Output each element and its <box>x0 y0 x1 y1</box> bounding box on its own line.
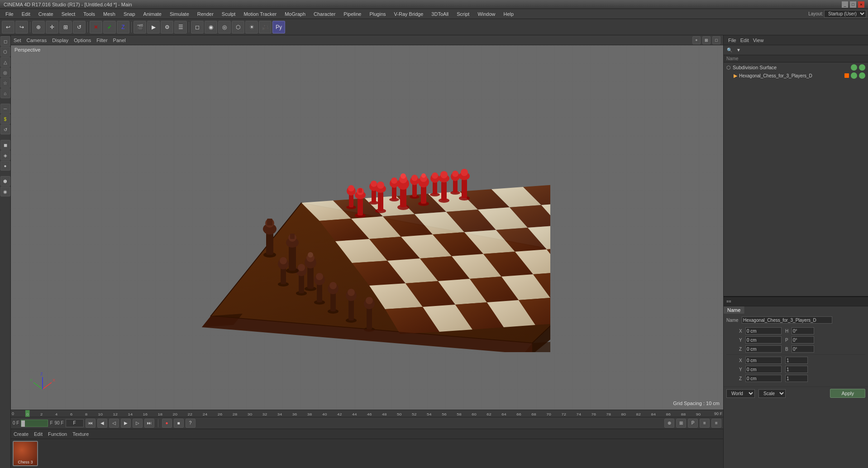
viewport[interactable]: Perspective <box>11 45 723 410</box>
obj-item-hexchess[interactable]: ▶ Hexagonal_Chess_for_3_Players_D <box>725 72 867 80</box>
snap-button[interactable]: ⊕ <box>664 419 674 428</box>
obj-menu-file[interactable]: File <box>726 38 738 43</box>
cube-button[interactable]: ◻ <box>191 21 204 33</box>
sidebar-edge-icon[interactable]: △ <box>0 57 10 67</box>
x-mode-button[interactable]: ✕ <box>90 21 102 33</box>
menu-window[interactable]: Window <box>474 10 499 18</box>
scale-z-val[interactable] <box>785 375 808 382</box>
obj-menu-edit[interactable]: Edit <box>739 38 751 43</box>
mat-menu-function[interactable]: Function <box>48 431 67 437</box>
live-selection-button[interactable]: ⊕ <box>32 21 45 33</box>
record-active-button[interactable]: ⊞ <box>676 419 686 428</box>
timeline-button[interactable]: ≡ <box>700 419 710 428</box>
chess3-material[interactable]: Chess 3 <box>13 441 38 466</box>
viewport-lock-button[interactable]: + <box>692 36 701 44</box>
y-mode-button[interactable]: ✓ <box>103 21 116 33</box>
viewport-menu-display[interactable]: Display <box>52 38 68 43</box>
sidebar-sculpt2-icon[interactable]: ◉ <box>0 186 10 196</box>
scale-x-val[interactable] <box>785 357 808 364</box>
nurbs-button[interactable]: ◎ <box>218 21 231 33</box>
frame-range-handle[interactable] <box>21 420 25 427</box>
sphere-button[interactable]: ◉ <box>205 21 217 33</box>
first-frame-button[interactable]: ⏮ <box>86 419 95 428</box>
vis-green-4[interactable] <box>859 72 865 79</box>
render-queue-button[interactable]: ☰ <box>174 21 187 33</box>
maximize-button[interactable]: □ <box>850 1 856 8</box>
sidebar-smooth-icon[interactable]: ● <box>0 161 10 171</box>
menu-select[interactable]: Select <box>58 10 79 18</box>
sidebar-fill-icon[interactable]: ◼ <box>0 140 10 150</box>
fps-input[interactable] <box>66 419 84 427</box>
y-pos-input[interactable] <box>745 336 782 344</box>
sidebar-rotate-icon[interactable]: ↺ <box>0 124 10 134</box>
rotate-button[interactable]: ↺ <box>73 21 86 33</box>
sidebar-uv-icon[interactable]: ☆ <box>0 78 10 88</box>
frame-range-bar[interactable] <box>21 420 48 427</box>
obj-menu-view[interactable]: View <box>751 38 766 43</box>
z-mode-button[interactable]: Z <box>117 21 129 33</box>
redo-button[interactable]: ↪ <box>15 21 28 33</box>
python-button[interactable]: Py <box>272 21 285 33</box>
viewport-menu-panel[interactable]: Panel <box>113 38 126 43</box>
vis-green-1[interactable] <box>851 64 857 71</box>
deformer-button[interactable]: ⬡ <box>232 21 244 33</box>
vis-green-2[interactable] <box>859 64 865 71</box>
menu-simulate[interactable]: Simulate <box>166 10 193 18</box>
layout-dropdown[interactable]: Startup (User) <box>824 10 866 18</box>
menu-character[interactable]: Character <box>310 10 339 18</box>
camera-button[interactable]: 🎥 <box>259 21 272 33</box>
menu-script[interactable]: Script <box>453 10 473 18</box>
help-button[interactable]: ? <box>186 419 196 428</box>
play-reverse-button[interactable]: ◁ <box>109 419 119 428</box>
viewport-grid-button[interactable]: ⊞ <box>702 36 711 44</box>
viewport-menu-cameras[interactable]: Cameras <box>27 38 47 43</box>
sy-input[interactable] <box>745 366 782 373</box>
dope-sheet-button[interactable]: ≡ <box>711 419 721 428</box>
x-pos-input[interactable] <box>745 327 782 334</box>
close-button[interactable]: × <box>858 1 864 8</box>
menu-animate[interactable]: Animate <box>140 10 165 18</box>
p-input[interactable] <box>792 336 814 344</box>
menu-create[interactable]: Create <box>35 10 57 18</box>
obj-tool-search[interactable]: 🔍 <box>725 46 734 54</box>
render-view-button[interactable]: ▶ <box>147 21 160 33</box>
minimize-button[interactable]: _ <box>842 1 848 8</box>
menu-sculpt[interactable]: Sculpt <box>218 10 239 18</box>
menu-render[interactable]: Render <box>194 10 217 18</box>
z-pos-input[interactable] <box>745 345 782 353</box>
name-attr-input[interactable] <box>742 316 832 324</box>
preview-button[interactable]: P <box>688 419 698 428</box>
sidebar-model-icon[interactable]: ◻ <box>0 36 10 46</box>
record-button[interactable]: ● <box>162 419 172 428</box>
sidebar-dollar-icon[interactable]: $ <box>0 114 10 124</box>
sx-input[interactable] <box>745 357 782 364</box>
sidebar-line-icon[interactable]: ─ <box>0 104 10 114</box>
sidebar-point-icon[interactable]: ◎ <box>0 67 10 77</box>
viewport-menu-filter[interactable]: Filter <box>96 38 107 43</box>
next-frame-button[interactable]: ▷ <box>133 419 143 428</box>
mat-menu-edit[interactable]: Edit <box>34 431 43 437</box>
menu-edit[interactable]: Edit <box>18 10 34 18</box>
sidebar-poly-icon[interactable]: ⬡ <box>0 47 10 57</box>
menu-vray[interactable]: V-Ray Bridge <box>391 10 427 18</box>
sidebar-sculpt1-icon[interactable]: ⬢ <box>0 176 10 186</box>
menu-mograph[interactable]: MoGraph <box>281 10 309 18</box>
play-button[interactable]: ▶ <box>121 419 131 428</box>
scale-button[interactable]: ⊞ <box>59 21 72 33</box>
viewport-maximize-button[interactable]: □ <box>712 36 720 44</box>
light-button[interactable]: ☀ <box>245 21 258 33</box>
menu-pipeline[interactable]: Pipeline <box>340 10 365 18</box>
vis-green-3[interactable] <box>851 72 857 79</box>
sz-input[interactable] <box>745 375 782 382</box>
world-mode-select[interactable]: World Object <box>726 389 755 398</box>
h-input[interactable] <box>792 327 814 334</box>
menu-tools[interactable]: Tools <box>80 10 99 18</box>
sidebar-joint-icon[interactable]: ⌂ <box>0 88 10 98</box>
obj-item-subdivision[interactable]: ⬡ Subdivision Surface <box>725 63 867 72</box>
undo-button[interactable]: ↩ <box>2 21 14 33</box>
mat-menu-create[interactable]: Create <box>14 431 29 437</box>
menu-file[interactable]: File <box>2 10 17 18</box>
render-picture-button[interactable]: 🎬 <box>134 21 146 33</box>
sidebar-wire-icon[interactable]: ◈ <box>0 150 10 160</box>
attr-tab-name[interactable]: Name <box>724 306 744 314</box>
